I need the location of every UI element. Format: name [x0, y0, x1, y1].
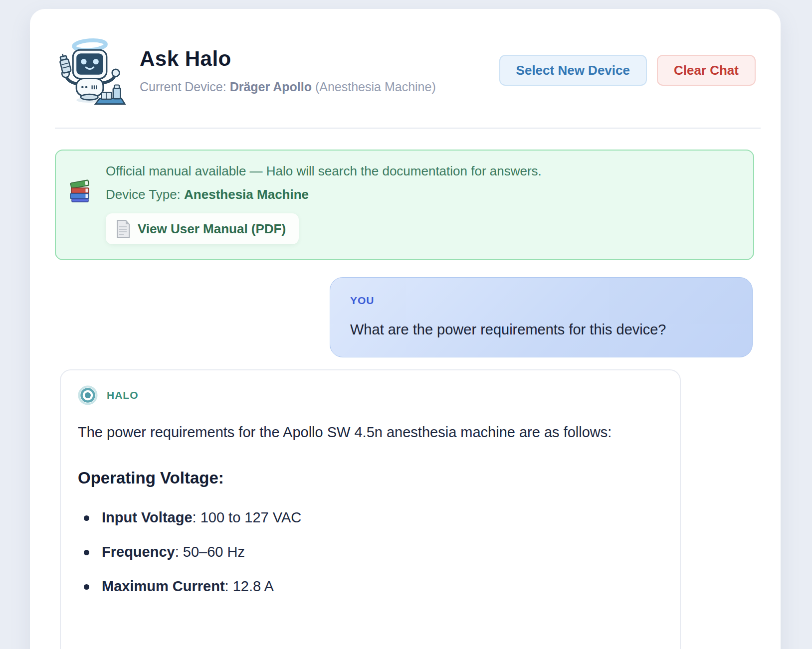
bullet-label: Input Voltage [102, 509, 193, 525]
view-user-manual-button[interactable]: View User Manual (PDF) [106, 213, 299, 244]
app-card: Ask Halo Current Device: Dräger Apollo (… [30, 9, 781, 649]
page-title: Ask Halo [140, 47, 436, 71]
list-item: Frequency: 50–60 Hz [78, 544, 663, 560]
notice-device-type: Device Type: Anesthesia Machine [106, 187, 542, 202]
device-type-label: Device Type: [106, 187, 181, 202]
header-text: Ask Halo Current Device: Dräger Apollo (… [140, 47, 436, 94]
bullet-value: : 100 to 127 VAC [193, 509, 302, 525]
device-type-paren: (Anesthesia Machine) [315, 80, 436, 94]
header-buttons: Select New Device Clear Chat [499, 55, 756, 86]
halo-robot-mascot-icon [48, 34, 126, 107]
clear-chat-button[interactable]: Clear Chat [657, 55, 756, 86]
power-requirements-list: Input Voltage: 100 to 127 VAC Frequency:… [78, 509, 663, 595]
header: Ask Halo Current Device: Dräger Apollo (… [55, 9, 756, 128]
view-user-manual-label: View User Manual (PDF) [138, 221, 286, 237]
section-heading: Operating Voltage: [78, 469, 663, 487]
bullet-value: : 50–60 Hz [175, 544, 245, 560]
manual-notice-banner: Official manual available — Halo will se… [55, 150, 754, 260]
list-item: Maximum Current: 12.8 A [78, 578, 663, 595]
assistant-intro-text: The power requirements for the Apollo SW… [78, 419, 621, 446]
bullet-value: : 12.8 A [225, 578, 274, 594]
bullet-label: Maximum Current [102, 578, 225, 594]
header-divider [55, 128, 761, 129]
assistant-sender-label: HALO [107, 389, 139, 401]
current-device-subtitle: Current Device: Dräger Apollo (Anesthesi… [140, 80, 436, 94]
bullet-label: Frequency [102, 544, 175, 560]
current-device-label: Current Device: [140, 80, 226, 94]
halo-target-icon [78, 385, 98, 405]
user-message-bubble: YOU What are the power requirements for … [330, 277, 753, 357]
user-message-text: What are the power requirements for this… [350, 322, 732, 338]
notice-message: Official manual available — Halo will se… [106, 163, 542, 179]
device-name: Dräger Apollo [230, 80, 312, 94]
notice-body: Official manual available — Halo will se… [106, 163, 542, 244]
user-sender-label: YOU [350, 295, 732, 307]
device-type-value: Anesthesia Machine [184, 187, 309, 202]
list-item: Input Voltage: 100 to 127 VAC [78, 509, 663, 526]
assistant-header: HALO [78, 385, 663, 405]
document-page-icon [116, 220, 131, 238]
assistant-message-card: HALO The power requirements for the Apol… [60, 369, 681, 649]
books-icon [69, 177, 92, 202]
select-new-device-button[interactable]: Select New Device [499, 55, 647, 86]
